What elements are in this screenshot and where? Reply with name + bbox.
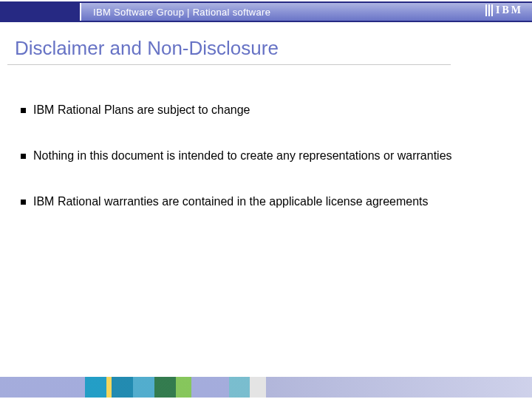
square-bullet-icon — [21, 154, 26, 159]
bullet-list: IBM Rational Plans are subject to change… — [21, 103, 511, 241]
logo-stripe-icon — [491, 4, 493, 16]
logo-text: IBM — [496, 4, 523, 16]
list-item: IBM Rational Plans are subject to change — [21, 103, 511, 117]
footer-accent-strip — [0, 377, 532, 398]
header-subtitle: IBM Software Group | Rational software — [93, 7, 270, 18]
slide: IBM Software Group | Rational software I… — [0, 0, 532, 399]
list-item: IBM Rational warranties are contained in… — [21, 195, 511, 208]
logo-stripe-icon — [488, 4, 490, 16]
header-inner: IBM Software Group | Rational software — [80, 3, 532, 21]
square-bullet-icon — [21, 108, 26, 113]
header-bar: IBM Software Group | Rational software I… — [0, 1, 532, 22]
ibm-logo: IBM — [485, 4, 523, 16]
title-block: Disclaimer and Non-Disclosure — [7, 37, 451, 65]
list-item: Nothing in this document is intended to … — [21, 149, 511, 163]
title-underline — [7, 64, 451, 65]
page-title: Disclaimer and Non-Disclosure — [7, 37, 451, 60]
bullet-text: Nothing in this document is intended to … — [33, 149, 452, 163]
bullet-text: IBM Rational warranties are contained in… — [33, 195, 429, 208]
square-bullet-icon — [21, 200, 26, 205]
logo-stripe-icon — [485, 4, 487, 16]
bullet-text: IBM Rational Plans are subject to change — [33, 103, 250, 117]
footer — [0, 368, 532, 398]
